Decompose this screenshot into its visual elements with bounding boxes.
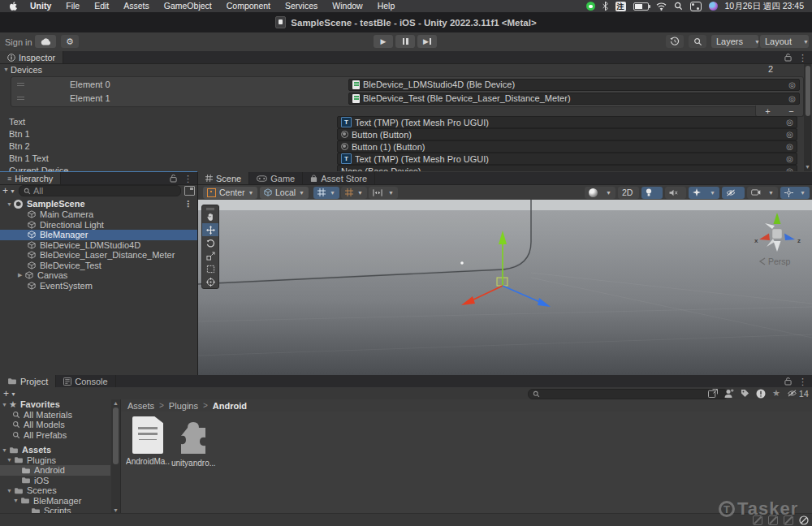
lighting-toggle[interactable]	[641, 187, 663, 199]
tree-row-assets[interactable]: ▼ Assets	[0, 445, 110, 455]
alert-icon[interactable]	[756, 389, 766, 399]
tree-row-blemanager[interactable]: ▼ BleManager	[0, 496, 110, 507]
object-picker-icon[interactable]: ◎	[788, 94, 796, 103]
foldout-icon[interactable]: ▼	[6, 201, 14, 207]
play-button[interactable]: ▶	[374, 35, 393, 48]
object-field[interactable]: T Text (TMP) (Text Mesh Pro UGUI) ◎	[337, 116, 797, 128]
menu-unity[interactable]: Unity	[23, 0, 58, 12]
move-tool-selected[interactable]	[202, 223, 218, 236]
step-button[interactable]: ▶	[417, 35, 437, 48]
object-field[interactable]: Button (Button) ◎	[337, 128, 797, 140]
tree-row-android[interactable]: Android	[0, 465, 110, 476]
breadcrumb-plugins[interactable]: Plugins	[169, 401, 198, 411]
remove-element-button[interactable]: −	[788, 106, 793, 116]
hierarchy-item-bledevice-test[interactable]: BleDevice_Test	[0, 261, 197, 271]
object-field[interactable]: T Text (TMP) (Text Mesh Pro UGUI) ◎	[337, 153, 797, 165]
tab-scene[interactable]: Scene	[198, 172, 249, 184]
tab-console[interactable]: Console	[56, 375, 115, 387]
object-picker-icon[interactable]: ◎	[786, 142, 793, 151]
tree-row-all-materials[interactable]: All Materials	[0, 410, 110, 420]
menubar-clock[interactable]: 10月26日 週四 23:45	[725, 1, 804, 12]
apple-menu-icon[interactable]	[0, 2, 23, 11]
menu-gameobject[interactable]: GameObject	[157, 0, 219, 12]
tab-inspector[interactable]: Inspector	[0, 51, 63, 63]
foldout-icon[interactable]: ▼	[13, 498, 20, 503]
foldout-icon[interactable]: ▼	[6, 457, 14, 463]
2d-toggle[interactable]: 2D	[618, 187, 639, 199]
kebab-menu-icon[interactable]: ⋮	[798, 377, 807, 386]
effects-dropdown[interactable]: ▼	[689, 187, 719, 199]
search-button[interactable]	[689, 35, 706, 48]
hierarchy-search-input[interactable]: All	[19, 185, 181, 196]
create-asset-button[interactable]: +▼	[3, 388, 16, 399]
devices-header[interactable]: Devices	[11, 65, 42, 75]
menu-component[interactable]: Component	[219, 0, 278, 12]
foldout-icon[interactable]: ▼	[6, 488, 14, 494]
tool-handle-pivot-dropdown[interactable]: Center ▼	[203, 187, 257, 199]
scene-visibility-toggle[interactable]	[722, 187, 745, 199]
wifi-icon[interactable]	[656, 2, 667, 11]
tab-project[interactable]: Project	[0, 375, 56, 387]
breadcrumb-assets[interactable]: Assets	[127, 401, 154, 411]
menu-edit[interactable]: Edit	[87, 0, 116, 12]
rotate-tool[interactable]	[202, 236, 218, 249]
open-in-search-icon[interactable]	[708, 389, 718, 398]
spotlight-search-icon[interactable]	[674, 2, 683, 11]
array-size-field[interactable]: 2	[768, 64, 773, 74]
menu-assets[interactable]: Assets	[116, 0, 157, 12]
tab-game[interactable]: Game	[249, 172, 303, 184]
scale-tool[interactable]	[202, 249, 218, 262]
audio-mute-toggle[interactable]	[665, 187, 686, 199]
object-field[interactable]: None (Base Device) ◎	[337, 165, 797, 171]
gizmo-center-cube[interactable]	[772, 229, 782, 239]
inspector-scrollbar[interactable]: ▼	[804, 64, 811, 171]
control-center-icon[interactable]	[690, 2, 702, 11]
rect-tool[interactable]	[202, 262, 218, 275]
search-by-type-icon[interactable]	[724, 389, 734, 399]
lock-icon[interactable]	[784, 53, 792, 62]
foldout-icon[interactable]: ▼	[2, 447, 9, 453]
menu-file[interactable]: File	[58, 0, 87, 12]
shading-mode-dropdown[interactable]: ▼	[585, 187, 615, 199]
layers-dropdown[interactable]: Layers▼	[711, 35, 758, 48]
tree-row-scenes[interactable]: ▼ Scenes	[0, 485, 110, 496]
siri-icon[interactable]	[709, 2, 718, 11]
object-field[interactable]: BleDevice_Test (Ble Device_Laser_Distanc…	[348, 93, 800, 105]
pause-button[interactable]	[395, 35, 415, 48]
kebab-menu-icon[interactable]: ⋮	[184, 175, 192, 183]
battery-icon[interactable]	[633, 2, 649, 11]
transform-tool[interactable]	[202, 275, 218, 288]
lock-icon[interactable]	[784, 377, 792, 386]
kebab-menu-icon[interactable]: ⋮	[184, 200, 192, 208]
asset-unityandroid-plugin[interactable]: unityandro...	[171, 416, 215, 468]
object-field[interactable]: Button (1) (Button) ◎	[337, 140, 797, 153]
hierarchy-item-bledevice-laser-distance-meter[interactable]: BleDevice_Laser_Distance_Meter	[0, 250, 197, 261]
gizmos-dropdown[interactable]: ▼	[780, 187, 810, 199]
tree-row-all-models[interactable]: All Models	[0, 420, 110, 430]
tree-row-favorites[interactable]: ▼ ★ Favorites	[0, 399, 110, 410]
asset-androidmanifest[interactable]: AndroidMa...	[126, 416, 170, 466]
scene-viewport[interactable]: x z Persp	[198, 200, 812, 375]
scroll-down-icon[interactable]: ▼	[113, 507, 119, 513]
input-method-icon[interactable]: 注	[615, 2, 626, 11]
tab-asset-store[interactable]: Asset Store	[303, 172, 375, 184]
drag-handle-icon[interactable]	[17, 95, 25, 101]
view-hand-tool[interactable]	[202, 210, 218, 223]
camera-settings-dropdown[interactable]: ▼	[747, 187, 778, 199]
project-content-grid[interactable]: AndroidMa... unityandro...	[121, 412, 812, 514]
add-element-button[interactable]: +	[765, 106, 770, 116]
cloud-services-button[interactable]	[35, 35, 56, 48]
hierarchy-item-canvas[interactable]: ▶ Canvas	[0, 270, 197, 281]
drag-handle-icon[interactable]	[17, 81, 25, 88]
grid-snapping-toggle[interactable]: ▼	[313, 187, 339, 199]
grid-visibility-dropdown[interactable]: ▼	[369, 187, 398, 199]
list-item[interactable]: Element 1 BleDevice_Test (Ble Device_Las…	[11, 91, 803, 105]
sign-in-button[interactable]: Sign in	[5, 36, 32, 49]
foldout-icon[interactable]: ▼	[2, 402, 9, 407]
tool-handle-rotation-dropdown[interactable]: Local ▼	[260, 187, 309, 199]
hierarchy-item-main-camera[interactable]: Main Camera	[0, 209, 197, 220]
scroll-up-icon[interactable]: ▲	[113, 400, 119, 406]
persp-label[interactable]: Persp	[768, 257, 791, 266]
lock-icon[interactable]	[170, 174, 177, 183]
hidden-items-counter[interactable]: 14	[787, 389, 809, 399]
